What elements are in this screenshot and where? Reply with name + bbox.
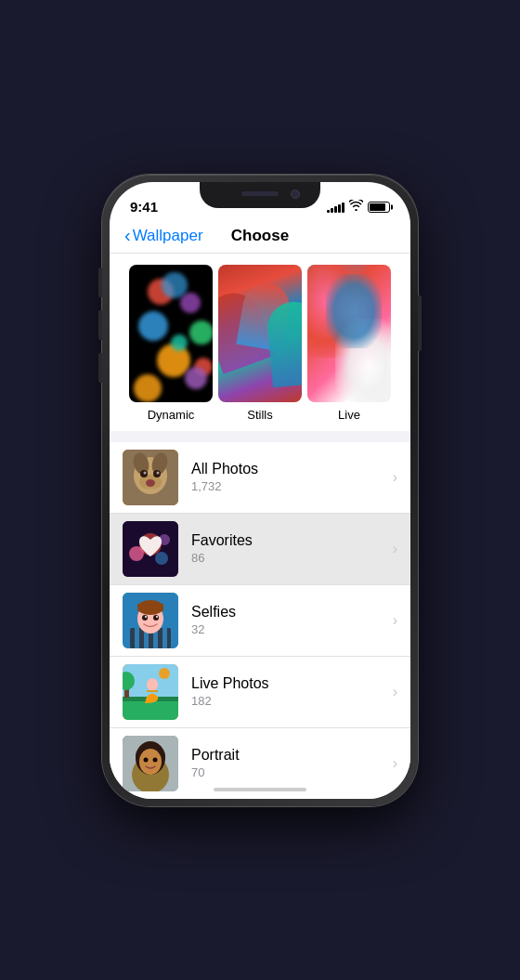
stills-thumbnail xyxy=(218,265,302,402)
page-title: Choose xyxy=(231,227,289,245)
chevron-right-icon: › xyxy=(393,684,397,700)
svg-point-14 xyxy=(155,552,168,565)
all-photos-thumbnail xyxy=(123,450,178,505)
battery-icon xyxy=(368,202,390,213)
photo-albums-list: All Photos 1,732 › xyxy=(110,442,410,799)
dynamic-thumbnail xyxy=(129,265,213,402)
live-photos-count: 182 xyxy=(191,694,397,708)
status-time: 9:41 xyxy=(130,199,158,215)
live-label: Live xyxy=(338,408,360,422)
portrait-info: Portrait 70 xyxy=(191,747,397,779)
chevron-right-icon: › xyxy=(393,469,397,486)
wallpaper-categories: Dynamic Stills xyxy=(110,254,410,422)
svg-point-44 xyxy=(139,749,162,775)
favorites-info: Favorites 86 xyxy=(191,532,397,565)
back-label: Wallpaper xyxy=(133,227,203,245)
portrait-name: Portrait xyxy=(191,747,397,764)
chevron-right-icon: › xyxy=(393,612,397,629)
battery-fill xyxy=(370,203,385,211)
all-photos-info: All Photos 1,732 xyxy=(191,461,397,493)
svg-point-33 xyxy=(159,668,170,679)
svg-rect-24 xyxy=(137,604,163,611)
list-item-favorites[interactable]: Favorites 86 › xyxy=(110,514,410,585)
list-item-live-photos[interactable]: Live Photos 182 › xyxy=(110,657,410,728)
svg-point-27 xyxy=(145,616,147,618)
favorites-thumbnail xyxy=(123,521,178,577)
all-photos-name: All Photos xyxy=(191,461,397,477)
svg-point-36 xyxy=(147,678,158,691)
live-photos-info: Live Photos 182 xyxy=(191,675,397,708)
selfies-name: Selfies xyxy=(191,604,397,621)
selfies-count: 32 xyxy=(191,622,397,636)
back-button[interactable]: ‹ Wallpaper xyxy=(124,225,203,246)
phone-screen: 9:41 xyxy=(110,182,410,799)
camera xyxy=(291,189,300,199)
section-divider xyxy=(110,431,410,442)
favorites-name: Favorites xyxy=(191,532,397,549)
portrait-thumbnail xyxy=(123,736,178,791)
dynamic-label: Dynamic xyxy=(148,408,195,422)
svg-rect-21 xyxy=(162,628,167,648)
all-photos-count: 1,732 xyxy=(191,479,397,493)
stills-label: Stills xyxy=(247,408,272,422)
wifi-icon xyxy=(349,200,363,214)
chevron-right-icon: › xyxy=(393,755,397,772)
home-indicator xyxy=(214,788,306,791)
selfies-info: Selfies 32 xyxy=(191,604,397,636)
svg-point-12 xyxy=(129,546,144,561)
status-icons xyxy=(327,200,390,214)
category-dynamic[interactable]: Dynamic xyxy=(129,265,213,422)
svg-point-45 xyxy=(144,757,149,762)
signal-icon xyxy=(327,202,344,213)
notch xyxy=(200,182,320,208)
speaker xyxy=(241,191,279,196)
svg-rect-37 xyxy=(147,690,158,692)
svg-point-8 xyxy=(157,471,160,474)
live-thumbnail xyxy=(307,265,391,402)
selfies-thumbnail xyxy=(123,593,178,648)
live-photos-name: Live Photos xyxy=(191,675,397,692)
phone-frame: 9:41 xyxy=(102,175,418,806)
live-photos-thumbnail xyxy=(123,664,178,720)
svg-point-25 xyxy=(142,615,148,621)
svg-point-9 xyxy=(146,479,155,487)
svg-point-7 xyxy=(144,471,147,474)
svg-point-28 xyxy=(156,616,158,618)
favorites-count: 86 xyxy=(191,551,397,565)
back-arrow-icon: ‹ xyxy=(124,225,131,246)
svg-rect-18 xyxy=(135,628,139,648)
list-item-all-photos[interactable]: All Photos 1,732 › xyxy=(110,442,410,514)
category-live[interactable]: Live xyxy=(307,265,391,422)
chevron-right-icon: › xyxy=(393,541,397,557)
category-stills[interactable]: Stills xyxy=(218,265,302,422)
svg-point-26 xyxy=(153,615,159,621)
portrait-count: 70 xyxy=(191,765,397,779)
svg-point-46 xyxy=(153,757,158,762)
list-item-selfies[interactable]: Selfies 32 › xyxy=(110,585,410,657)
navigation-bar: ‹ Wallpaper Choose xyxy=(110,223,410,254)
